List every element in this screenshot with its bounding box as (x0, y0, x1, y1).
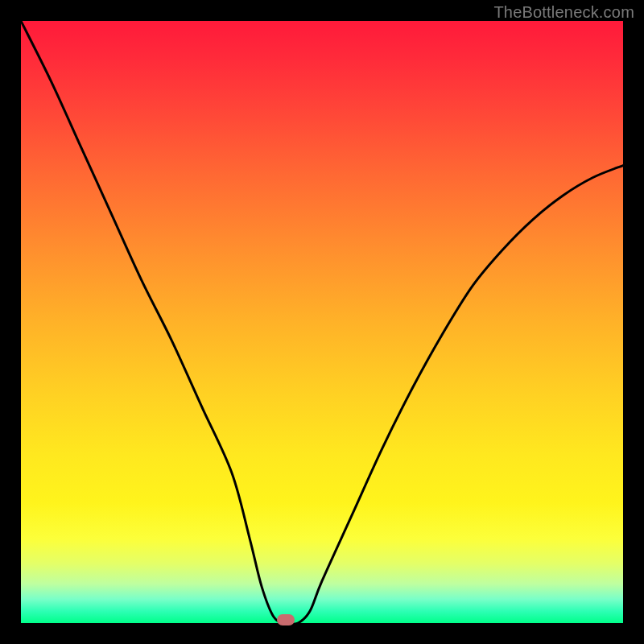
optimal-point-marker (277, 614, 295, 625)
chart-frame: TheBottleneck.com (0, 0, 644, 644)
plot-gradient-background (21, 21, 623, 623)
watermark-text: TheBottleneck.com (493, 3, 634, 22)
